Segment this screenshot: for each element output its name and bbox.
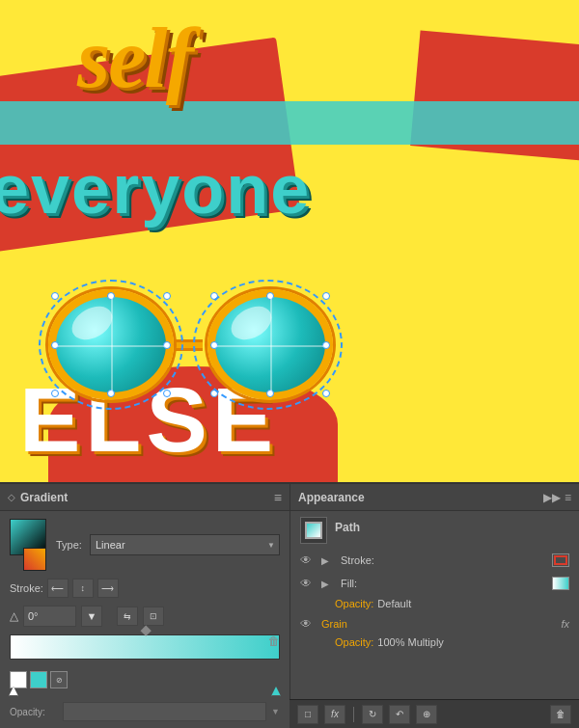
delete-stop-icon[interactable]: 🗑: [268, 634, 280, 648]
none-color-stop[interactable]: ⊘: [50, 671, 68, 688]
expand-icon[interactable]: ▶▶: [543, 491, 561, 504]
gradient-panel-content: Type: Linear ▼ Stroke: ⟵ ↕ ⟶ △ 0° ▼: [0, 511, 290, 728]
undo-icon: ↶: [396, 709, 403, 719]
appearance-header-icons: ▶▶ ≡: [543, 491, 571, 504]
grain-label: Grain: [321, 618, 555, 630]
aspect-btn[interactable]: ⊡: [143, 607, 164, 626]
type-label: Type:: [56, 539, 85, 551]
opacity-default-row: Opacity: Default: [300, 598, 569, 609]
opacity-multiply-row: Opacity: 100% Multiply: [300, 636, 569, 648]
gradient-midpoint[interactable]: [141, 626, 152, 636]
lens-grid-v: [270, 297, 272, 392]
gradient-sub-swatch[interactable]: [23, 548, 46, 571]
fx-btn[interactable]: fx: [324, 705, 345, 724]
appearance-panel: Appearance ▶▶ ≡ Path 👁 ▶ Stroke:: [290, 482, 579, 728]
stroke-color-swatch[interactable]: [552, 553, 569, 567]
delete-icon: 🗑: [556, 709, 565, 719]
selection-dot: [163, 292, 171, 300]
opacity-row-value: Default: [377, 598, 411, 609]
fx-btn-icon: fx: [331, 709, 339, 719]
path-swatch-inner: [305, 522, 322, 539]
stroke-app-row: 👁 ▶ Stroke:: [300, 552, 569, 569]
diamond-icon: ◇: [8, 492, 15, 502]
teal-band: [0, 101, 579, 145]
appearance-toolbar: □ fx ↻ ↶ ⊕ 🗑: [290, 699, 579, 728]
gradient-bar[interactable]: [10, 634, 280, 660]
selection-dot: [210, 390, 218, 397]
gradient-bar-wrapper: 🗑 ⊘: [10, 634, 280, 688]
eye-icon-fill[interactable]: 👁: [300, 577, 316, 590]
stroke-btn-1[interactable]: ⟵: [47, 579, 69, 598]
glass-lens-left: [48, 289, 174, 400]
glasses: [48, 289, 333, 400]
type-dropdown[interactable]: Linear ▼: [90, 534, 280, 555]
selection-dot: [51, 390, 59, 397]
angle-value: 0°: [28, 610, 39, 622]
path-row: Path: [300, 517, 569, 544]
stroke-align-center-icon: ↕: [81, 583, 86, 593]
path-title: Path: [335, 521, 360, 534]
selection-dot: [322, 390, 330, 397]
eye-icon-stroke[interactable]: 👁: [300, 553, 316, 567]
opacity-row-label: Opacity:: [335, 598, 373, 609]
duplicate-btn[interactable]: ⊕: [416, 705, 437, 724]
glass-lens-right: [207, 289, 333, 400]
toolbar-separator: [353, 707, 354, 722]
opacity-dropdown-icon: ▼: [271, 707, 280, 716]
delete-btn[interactable]: 🗑: [550, 705, 571, 724]
angle-dropdown[interactable]: ▼: [81, 606, 102, 627]
text-self: self: [77, 10, 192, 107]
appearance-content: Path 👁 ▶ Stroke: 👁 ▶ Fill: Opacity: Defa…: [290, 511, 579, 660]
new-item-icon: □: [305, 709, 311, 719]
appearance-panel-header: Appearance ▶▶ ≡: [290, 484, 579, 511]
fx-icon: fx: [561, 618, 569, 630]
cycle-btn[interactable]: ↻: [362, 705, 383, 724]
panels-area: ◇ Gradient ≡ Type: Linear ▼ Stroke: ⟵: [0, 482, 579, 728]
opacity-label: Opacity:: [10, 707, 58, 717]
grain-row: 👁 Grain fx: [300, 615, 569, 633]
duplicate-icon: ⊕: [423, 709, 430, 719]
selection-dot: [322, 292, 330, 300]
stroke-btn-2[interactable]: ↕: [72, 579, 94, 598]
reverse-gradient-btn[interactable]: ⇆: [117, 607, 138, 626]
gradient-menu-icon[interactable]: ≡: [274, 490, 282, 505]
eye-icon-grain[interactable]: 👁: [300, 617, 316, 631]
glass-bridge: [174, 339, 203, 351]
gradient-panel-header: ◇ Gradient ≡: [0, 484, 290, 511]
lens-grid-v: [111, 297, 113, 392]
cycle-icon: ↻: [369, 709, 376, 719]
gradient-panel: ◇ Gradient ≡ Type: Linear ▼ Stroke: ⟵: [0, 482, 290, 728]
stroke-row: Stroke: ⟵ ↕ ⟶: [10, 579, 280, 598]
fill-color-swatch[interactable]: [552, 577, 569, 590]
stroke-align-left-icon: ⟵: [51, 583, 64, 593]
stroke-label: Stroke:: [10, 582, 43, 594]
text-everyone: everyone: [0, 149, 311, 229]
appearance-menu-icon[interactable]: ≡: [565, 491, 571, 504]
stroke-align-right-icon: ⟶: [101, 583, 114, 593]
selection-dot: [51, 292, 59, 300]
dropdown-arrow-icon: ▼: [267, 541, 275, 550]
new-item-btn[interactable]: □: [297, 705, 318, 724]
angle-icon: △: [10, 609, 18, 623]
canvas-area: self everyone ELSE: [0, 0, 579, 482]
angle-row: △ 0° ▼ ⇆ ⊡: [10, 606, 280, 627]
appearance-panel-title: Appearance: [298, 491, 365, 504]
white-color-stop[interactable]: [10, 671, 27, 688]
undo-btn[interactable]: ↶: [389, 705, 410, 724]
selection-dot: [163, 390, 171, 397]
expand-fill-icon[interactable]: ▶: [321, 579, 335, 589]
expand-stroke-icon[interactable]: ▶: [321, 555, 335, 566]
stroke-row-label: Stroke:: [341, 554, 546, 566]
opacity2-value: 100% Multiply: [377, 636, 443, 648]
type-value: Linear: [96, 539, 125, 551]
fill-app-row: 👁 ▶ Fill:: [300, 575, 569, 592]
gradient-panel-title: Gradient: [20, 491, 68, 504]
stroke-btn-3[interactable]: ⟶: [97, 579, 119, 598]
opacity-input[interactable]: [63, 702, 266, 721]
gradient-type-row: Type: Linear ▼: [10, 519, 280, 571]
path-swatch: [300, 517, 327, 544]
angle-input[interactable]: 0°: [23, 606, 76, 627]
teal-color-stop[interactable]: [30, 671, 47, 688]
opacity-input-row: Opacity: ▼: [10, 702, 280, 721]
color-stop-row: ⊘: [10, 671, 280, 688]
